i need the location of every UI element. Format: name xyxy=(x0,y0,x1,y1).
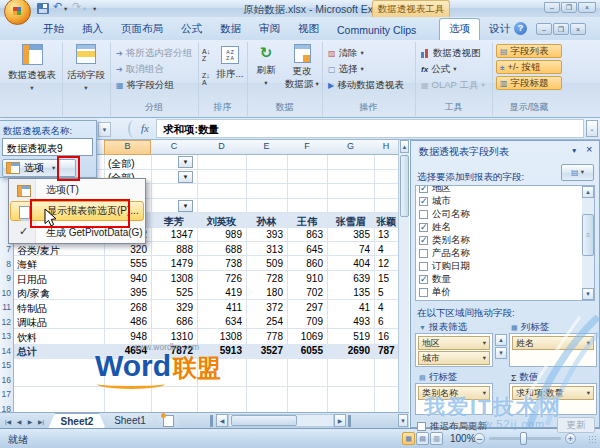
column-header-F[interactable]: F xyxy=(287,141,327,151)
column-header-E[interactable]: E xyxy=(246,141,287,151)
field-headers-toggle[interactable]: ▥ 字段标题 xyxy=(496,76,562,90)
pivot-row-label[interactable]: 海鲜 xyxy=(17,258,37,272)
field-list-menu-icon[interactable]: ▼ xyxy=(571,148,577,155)
redo-dropdown-icon[interactable]: ▾ xyxy=(83,6,86,13)
row-number-16[interactable]: 16 xyxy=(0,375,11,385)
scroll-down-icon[interactable]: ▼ xyxy=(398,414,408,427)
field-item-姓名[interactable]: 姓名 xyxy=(416,221,580,234)
zoom-in-icon[interactable]: + xyxy=(565,433,576,444)
page-filter-dropdown-row-1[interactable]: ▼ xyxy=(178,156,193,168)
workbook-restore-button[interactable]: ❐ xyxy=(553,23,569,35)
group-field-button[interactable]: ▦ 将字段分组 xyxy=(116,78,174,92)
column-header-C[interactable]: C xyxy=(151,141,197,151)
move-pivottable-button[interactable]: ▶ 移动数据透视表 xyxy=(328,78,404,92)
field-item-类别名称[interactable]: 类别名称 xyxy=(416,234,580,247)
group-selection-button[interactable]: ➔ 将所选内容分组 xyxy=(116,46,192,60)
hscroll-right-icon[interactable]: ▶ xyxy=(334,414,346,427)
defer-layout-checkbox[interactable] xyxy=(417,422,426,431)
minimize-button[interactable]: – xyxy=(544,2,560,13)
pivot-row-label[interactable]: 谷类/麦片 xyxy=(17,244,60,258)
pivot-row-label[interactable]: 饮料 xyxy=(17,331,37,345)
help-icon[interactable]: ? xyxy=(514,22,527,35)
row-number-15[interactable]: 15 xyxy=(0,360,11,370)
fx-icon[interactable]: fx xyxy=(141,122,149,134)
field-item-单价[interactable]: 单价 xyxy=(416,286,580,299)
ribbon-tab-Community Clips[interactable]: Community Clips xyxy=(328,21,425,40)
ungroup-button[interactable]: ➔ 取消组合 xyxy=(116,62,164,76)
field-scroll-down-icon[interactable]: ▼ xyxy=(582,288,594,300)
formula-input[interactable]: 求和项:数量 xyxy=(156,119,584,138)
hscroll-split-handle[interactable] xyxy=(348,415,351,427)
select-button[interactable]: ▢ 选择 ▾ xyxy=(328,62,364,76)
row-number-14[interactable]: 14 xyxy=(0,346,11,356)
resize-grip-icon[interactable] xyxy=(588,435,596,443)
maximize-button[interactable]: ❐ xyxy=(561,2,577,13)
zoom-slider[interactable] xyxy=(489,437,561,440)
sheet-tab-sheet2[interactable]: Sheet2 xyxy=(48,413,106,429)
vertical-scrollbar[interactable]: ▲ xyxy=(398,140,409,412)
pivottable-button[interactable]: 数据透视表 ▾ xyxy=(5,44,59,92)
options-dropdown-icon[interactable]: ▾ xyxy=(52,165,55,172)
active-field-button[interactable]: 活动字段 ▾ xyxy=(64,44,108,92)
report-filter-field-city[interactable]: 城市 ▾ xyxy=(418,351,490,365)
insert-worksheet-tab[interactable] xyxy=(154,413,182,428)
zoom-slider-thumb[interactable] xyxy=(520,432,527,445)
hscroll-left-icon[interactable]: ◀ xyxy=(216,414,228,427)
field-item-城市[interactable]: 城市 xyxy=(416,195,580,208)
name-box-dropdown-icon[interactable]: ▼ xyxy=(98,122,111,137)
pivot-column-header[interactable]: 张颖 xyxy=(374,215,398,229)
qat-customize-icon[interactable]: ▾ xyxy=(93,6,96,13)
field-scroll-up-icon[interactable]: ▲ xyxy=(582,186,594,198)
pivot-row-label[interactable]: 调味品 xyxy=(17,316,47,330)
sort-za-icon[interactable]: Z↓A xyxy=(202,72,210,86)
pivot-column-header[interactable]: 孙林 xyxy=(246,215,287,229)
plus-minus-buttons-toggle[interactable]: ± +/- 按钮 xyxy=(496,60,562,74)
field-item-公司名称[interactable]: 公司名称 xyxy=(416,208,580,221)
sort-az-icon[interactable]: A↓Z xyxy=(202,48,210,62)
pivottable-name-input[interactable]: 数据透视表9 xyxy=(2,138,93,156)
ribbon-tab-选项[interactable]: 选项 xyxy=(439,18,480,40)
field-item-产品名称[interactable]: 产品名称 xyxy=(416,247,580,260)
row-number-12[interactable]: 12 xyxy=(0,317,11,327)
column-header-B[interactable]: B xyxy=(104,141,151,151)
field-checkbox-订购日期[interactable] xyxy=(419,262,428,271)
column-labels-filter-dropdown[interactable]: ▼ xyxy=(178,200,193,212)
report-filter-field-region[interactable]: 地区 ▾ xyxy=(418,336,490,350)
field-scrollbar-thumb[interactable]: ≡ xyxy=(582,214,594,256)
row-number-18[interactable]: 18 xyxy=(0,404,11,413)
row-number-10[interactable]: 10 xyxy=(0,288,11,298)
pivotchart-button[interactable]: 数据透视图 xyxy=(421,46,481,60)
last-sheet-icon[interactable]: ▶| xyxy=(36,415,46,427)
field-item-订购日期[interactable]: 订购日期 xyxy=(416,260,580,273)
pivot-column-header[interactable]: 李芳 xyxy=(151,215,197,229)
ribbon-tab-数据[interactable]: 数据 xyxy=(211,19,250,40)
next-sheet-icon[interactable]: ▶ xyxy=(25,415,35,427)
pivot-total-label[interactable]: 总计 xyxy=(17,345,37,359)
change-data-source-button[interactable]: 更改 数据源 ▾ xyxy=(284,44,320,91)
prev-sheet-icon[interactable]: ◀ xyxy=(14,415,24,427)
column-header-D[interactable]: D xyxy=(197,141,246,151)
ribbon-tab-审阅[interactable]: 审阅 xyxy=(250,19,289,40)
refresh-button[interactable]: ↻ 刷新 ▾ xyxy=(250,44,282,87)
ribbon-tab-开始[interactable]: 开始 xyxy=(34,19,73,40)
view-page-break-button[interactable]: ▥ xyxy=(430,432,443,445)
field-list-toggle[interactable]: ▤ 字段列表 xyxy=(496,44,562,58)
ribbon-tab-公式[interactable]: 公式 xyxy=(172,19,211,40)
undo-dropdown-icon[interactable]: ▾ xyxy=(64,6,67,13)
formulas-button[interactable]: fx 公式 ▾ xyxy=(421,62,456,76)
row-number-13[interactable]: 13 xyxy=(0,331,11,341)
formula-bar-expand-icon[interactable]: ⌄ xyxy=(586,120,598,137)
area-scroll-down-icon[interactable]: ▼ xyxy=(495,347,507,359)
field-checkbox-单价[interactable] xyxy=(419,288,428,297)
area-scroll-up-icon[interactable]: ▲ xyxy=(495,334,507,346)
ribbon-tab-页面布局[interactable]: 页面布局 xyxy=(112,19,172,40)
undo-icon[interactable]: ↶ xyxy=(53,0,62,13)
sort-button[interactable]: A ZZ A 排序... xyxy=(215,46,245,81)
field-checkbox-地区[interactable] xyxy=(419,185,428,193)
scroll-up-icon[interactable]: ▲ xyxy=(400,140,409,153)
tab-split-handle[interactable] xyxy=(210,415,213,427)
vertical-scrollbar-thumb[interactable] xyxy=(400,155,409,217)
first-sheet-icon[interactable]: |◀ xyxy=(3,415,13,427)
view-normal-button[interactable]: ▦ xyxy=(402,432,415,445)
field-checkbox-姓名[interactable] xyxy=(419,223,428,232)
